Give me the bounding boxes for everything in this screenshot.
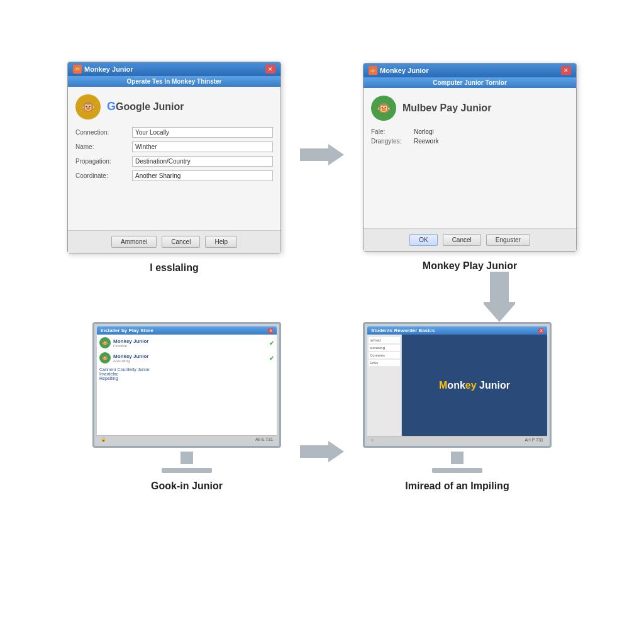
monitor-inner-left: Installer by Play Store ✕ 🐵 Monkey Junio… (97, 326, 277, 443)
button-ammonei[interactable]: Ammonei (111, 236, 157, 248)
top-left-section: 🐵 Monkey Junior ✕ Operate Tes In Monkey … (67, 62, 281, 274)
dialog-titlebar-right: 🐵 Monkey Junior ✕ (364, 64, 576, 77)
dialog-header-right: 🐵 Mulbev Pay Junior (371, 96, 569, 121)
monitor-body-left: 🐵 Monkey Junior Finstilse ✔ 🐵 M (97, 335, 277, 435)
monitor-list-item-0: 🐵 Monkey Junior Finstilse ✔ (99, 337, 274, 348)
logo-ey-yellow: ey (465, 380, 477, 391)
label-3: Coordinate: (75, 172, 132, 179)
logo-monkey: M (439, 380, 447, 391)
top-row: 🐵 Monkey Junior ✕ Operate Tes In Monkey … (25, 25, 619, 322)
label-imiread: Imiread of an Impiling (405, 480, 509, 492)
info-row-1: Drangytes: Reework (371, 138, 569, 145)
monitor-inner-right: Students Reworder Basics ✕ nzhwd sunusin… (367, 326, 547, 443)
titlebar-icon-left: 🐵 (73, 65, 82, 74)
monitor-footer-left: 🔒 All E 731 (97, 435, 277, 443)
label-installing: I esslaling (150, 262, 198, 274)
monitor-titlebar-left: Installer by Play Store ✕ (97, 326, 277, 335)
monkey-icon-right: 🐵 (371, 96, 396, 121)
form-row-3: Coordinate: (75, 170, 273, 181)
button-cancel-left[interactable]: Cancel (162, 236, 200, 248)
sidebar-item-2[interactable]: Contents (369, 352, 400, 358)
list-icon-1: 🐵 (99, 352, 111, 364)
footer-lock-left: 🔒 (101, 437, 106, 442)
dialog-subtitle-right: Computer Junior Tornlor (364, 77, 576, 88)
logo-junior: Junior (479, 380, 510, 391)
spacer-left (75, 185, 273, 223)
monitor-base-left (162, 468, 212, 473)
dialog-footer-left: Ammonei Cancel Help (68, 230, 280, 253)
sidebar-item-3[interactable]: Eriks (369, 360, 400, 366)
bottom-row: Installer by Play Store ✕ 🐵 Monkey Junio… (25, 322, 619, 619)
label-monkey-play: Monkey Play Junior (423, 260, 517, 272)
monkey-icon-left: 🐵 (75, 94, 101, 119)
bottom-right-monitor: Students Reworder Basics ✕ nzhwd sunusin… (363, 322, 552, 492)
info-row-0: Fale: Norlogi (371, 128, 569, 135)
monitor-list-item-1: 🐵 Monkey Junior Ansunling ✔ (99, 352, 274, 364)
dialog-footer-right: OK Cancel Enguster (364, 228, 576, 251)
extra-link-2: Repelting (99, 376, 274, 380)
top-right-section: 🐵 Monkey Junior ✕ Computer Junior Tornlo… (363, 63, 577, 272)
monitor-close-btns-left: ✕ (268, 328, 273, 333)
dialog-subtitle-left: Operate Tes In Monkey Thinster (68, 76, 280, 87)
monitor-neck-left (180, 452, 193, 464)
monitor-sidebar-right: nzhwd sunusing Contents Eriks (367, 335, 402, 436)
arrow-right-top (300, 139, 344, 170)
info-value-0: Norlogi (414, 128, 434, 135)
app-title-left: GGoogle Junior (107, 100, 184, 113)
info-label-0: Fale: (371, 128, 409, 135)
list-subtitle-0: Finstilse (113, 344, 148, 348)
extra-link-1: Imantelac (99, 372, 274, 376)
input-connection[interactable] (132, 127, 273, 138)
monitor-btn-right[interactable]: ✕ (538, 328, 543, 333)
footer-right-right: AH P 731 (525, 438, 543, 442)
monitor-footer-right: ○ AH P 731 (367, 436, 547, 443)
main-layout: 🐵 Monkey Junior ✕ Operate Tes In Monkey … (0, 0, 644, 644)
footer-right-left: All E 731 (255, 437, 273, 442)
titlebar-icon-right: 🐵 (369, 66, 377, 75)
footer-center-right: ○ (371, 438, 374, 442)
input-name[interactable] (132, 142, 273, 152)
monitor-btn-left[interactable]: ✕ (268, 328, 273, 333)
button-enguster[interactable]: Enguster (486, 234, 530, 246)
info-label-1: Drangytes: (371, 138, 409, 145)
arrow-down-container (484, 272, 515, 325)
logo-onkey: onk (447, 380, 465, 391)
app-title-right: Mulbev Pay Junior (402, 103, 491, 114)
button-ok[interactable]: OK (409, 234, 437, 246)
monitor-screen-left: Installer by Play Store ✕ 🐵 Monkey Junio… (92, 322, 281, 448)
label-0: Connection: (75, 129, 132, 136)
dialog-titlebar-left: 🐵 Monkey Junior ✕ (68, 62, 280, 76)
form-row-0: Connection: (75, 127, 273, 138)
monkey-junior-logo: Monkey Junior (439, 380, 510, 391)
arrow-right-bottom (300, 436, 344, 467)
monitor-title-left: Installer by Play Store (101, 328, 153, 333)
dialog-body-right: 🐵 Mulbev Pay Junior Fale: Norlogi Drangy… (364, 88, 576, 228)
svg-marker-2 (300, 441, 344, 462)
app-name-left: Google Junior (116, 101, 184, 112)
extra-links: Cannonr Counterly Junior Imantelac Repel… (99, 367, 274, 380)
sidebar-item-1[interactable]: sunusing (369, 345, 400, 351)
button-cancel-right[interactable]: Cancel (443, 234, 481, 246)
monitor-base-right (432, 468, 482, 473)
list-subtitle-1: Ansunling (113, 359, 148, 363)
google-g-letter: G (107, 100, 116, 113)
svg-marker-0 (300, 144, 344, 165)
input-coordinate[interactable] (132, 170, 273, 181)
sidebar-item-0[interactable]: nzhwd (369, 337, 400, 343)
monitor-list-left: 🐵 Monkey Junior Finstilse ✔ 🐵 M (97, 335, 277, 435)
check-0: ✔ (269, 340, 274, 347)
close-button-left[interactable]: ✕ (265, 65, 275, 74)
dialog-title-left: Monkey Junior (84, 65, 133, 73)
close-button-right[interactable]: ✕ (561, 66, 571, 75)
input-propagation[interactable] (132, 156, 273, 167)
monitor-close-btns-right: ✕ (538, 328, 543, 333)
button-help[interactable]: Help (205, 236, 237, 248)
dialog-title-right: Monkey Junior (380, 67, 429, 74)
list-text-1: Monkey Junior Ansunling (113, 353, 148, 363)
form-row-2: Propagation: (75, 156, 273, 167)
info-fields: Fale: Norlogi Drangytes: Reework (371, 128, 569, 145)
spacer-right (371, 145, 569, 195)
titlebar-left-group: 🐵 Monkey Junior (73, 65, 133, 74)
arrow-down (484, 272, 515, 325)
bottom-left-monitor: Installer by Play Store ✕ 🐵 Monkey Junio… (92, 322, 281, 492)
